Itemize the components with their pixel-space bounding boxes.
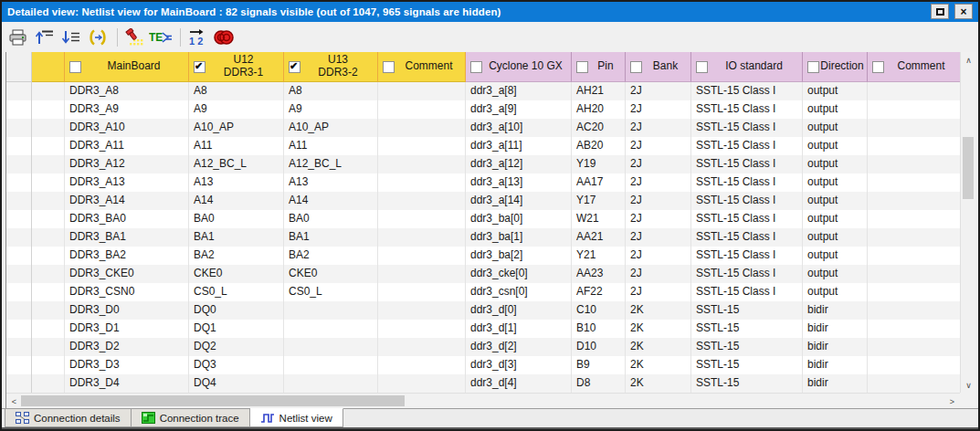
- cell-mainboard-signal[interactable]: DDR3_D3: [65, 356, 189, 374]
- cell-comment-right[interactable]: [868, 374, 960, 393]
- cell-pin[interactable]: D10: [572, 338, 626, 356]
- table-row[interactable]: DDR3_D4 DQ4 ddr3_d[4] D8 2K SSTL-15 bidi…: [6, 374, 960, 393]
- cell-fpga-signal[interactable]: ddr3_d[3]: [466, 356, 572, 374]
- cell-u13-pin-name[interactable]: [284, 356, 378, 374]
- expander-cell[interactable]: [32, 247, 65, 265]
- cell-comment-right[interactable]: [868, 155, 960, 173]
- cell-mainboard-signal[interactable]: DDR3_A13: [65, 173, 189, 192]
- expander-cell[interactable]: [32, 265, 65, 283]
- cell-io-standard[interactable]: SSTL-15 Class I: [691, 100, 803, 119]
- cell-pin[interactable]: AF22: [572, 283, 626, 301]
- cell-comment-right[interactable]: [868, 265, 960, 283]
- row-header-cell[interactable]: [6, 247, 32, 265]
- table-row[interactable]: DDR3_CSN0 CS0_L CS0_L ddr3_csn[0] AF22 2…: [6, 283, 960, 301]
- vertical-scrollbar-thumb[interactable]: [963, 137, 974, 199]
- fit-columns-button[interactable]: [86, 26, 110, 49]
- cell-pin[interactable]: Y19: [572, 155, 626, 173]
- expander-cell[interactable]: [32, 210, 65, 228]
- expander-cell[interactable]: [32, 100, 65, 119]
- cell-u13-pin-name[interactable]: A12_BC_L: [284, 155, 378, 173]
- title-bar[interactable]: Detailed view: Netlist view for MainBoar…: [2, 2, 978, 22]
- cell-bank[interactable]: 2J: [626, 82, 691, 100]
- row-header-cell[interactable]: [6, 356, 32, 374]
- column-header-pin[interactable]: Pin: [572, 52, 626, 82]
- table-row[interactable]: DDR3_A14 A14 A14 ddr3_a[14] Y17 2J SSTL-…: [6, 192, 960, 210]
- cell-direction[interactable]: output: [803, 82, 868, 100]
- cell-comment-left[interactable]: [378, 301, 466, 320]
- table-row[interactable]: DDR3_D2 DQ2 ddr3_d[2] D10 2K SSTL-15 bid…: [6, 338, 960, 356]
- cell-u13-pin-name[interactable]: [284, 374, 378, 393]
- cell-u12-pin-name[interactable]: A8: [189, 82, 284, 100]
- cell-comment-right[interactable]: [868, 301, 960, 320]
- cell-io-standard[interactable]: SSTL-15: [691, 338, 803, 356]
- cell-comment-left[interactable]: [378, 82, 466, 100]
- table-row[interactable]: DDR3_CKE0 CKE0 CKE0 ddr3_cke[0] AA23 2J …: [6, 265, 960, 283]
- cell-fpga-signal[interactable]: ddr3_cke[0]: [466, 265, 572, 283]
- cell-u12-pin-name[interactable]: A11: [189, 137, 284, 155]
- cell-io-standard[interactable]: SSTL-15 Class I: [691, 173, 803, 192]
- row-header-cell[interactable]: [6, 283, 32, 301]
- table-row[interactable]: DDR3_D1 DQ1 ddr3_d[1] B10 2K SSTL-15 bid…: [6, 320, 960, 338]
- row-header-cell[interactable]: [6, 265, 32, 283]
- cell-fpga-signal[interactable]: ddr3_d[0]: [466, 301, 572, 320]
- cell-comment-right[interactable]: [868, 192, 960, 210]
- move-up-button[interactable]: [33, 26, 57, 49]
- table-row[interactable]: DDR3_A12 A12_BC_L A12_BC_L ddr3_a[12] Y1…: [6, 155, 960, 173]
- u13-checkbox[interactable]: [289, 61, 300, 73]
- comment-left-checkbox[interactable]: [383, 61, 395, 73]
- cell-u12-pin-name[interactable]: A10_AP: [189, 119, 284, 137]
- cell-u12-pin-name[interactable]: A12_BC_L: [189, 155, 284, 173]
- scroll-left-button[interactable]: <: [6, 394, 22, 409]
- table-row[interactable]: DDR3_BA1 BA1 BA1 ddr3_ba[1] AA21 2J SSTL…: [6, 228, 960, 247]
- cell-u13-pin-name[interactable]: CS0_L: [284, 283, 378, 301]
- cell-pin[interactable]: AB20: [572, 137, 626, 155]
- cell-mainboard-signal[interactable]: DDR3_A11: [65, 137, 189, 155]
- vertical-scrollbar[interactable]: ∧ ∨: [960, 52, 975, 393]
- cell-mainboard-signal[interactable]: DDR3_D4: [65, 374, 189, 393]
- cell-comment-right[interactable]: [868, 173, 960, 192]
- cell-comment-right[interactable]: [868, 247, 960, 265]
- cell-comment-right[interactable]: [868, 210, 960, 228]
- expander-cell[interactable]: [32, 338, 65, 356]
- comment-right-checkbox[interactable]: [872, 61, 884, 73]
- column-header-u12-ddr3-1[interactable]: U12 DDR3-1: [189, 52, 284, 82]
- cell-io-standard[interactable]: SSTL-15 Class I: [691, 247, 803, 265]
- row-header-cell[interactable]: [6, 82, 32, 100]
- cell-direction[interactable]: output: [803, 173, 868, 192]
- cell-comment-left[interactable]: [378, 356, 466, 374]
- cell-u12-pin-name[interactable]: CS0_L: [189, 283, 284, 301]
- cell-direction[interactable]: output: [803, 228, 868, 247]
- cyclone-checkbox[interactable]: [470, 61, 482, 73]
- cell-u13-pin-name[interactable]: A9: [284, 100, 378, 119]
- cell-fpga-signal[interactable]: ddr3_a[13]: [466, 173, 572, 192]
- cell-u12-pin-name[interactable]: BA2: [189, 247, 284, 265]
- cell-u13-pin-name[interactable]: A8: [284, 82, 378, 100]
- cell-io-standard[interactable]: SSTL-15 Class I: [691, 192, 803, 210]
- expander-cell[interactable]: [32, 155, 65, 173]
- cell-bank[interactable]: 2J: [626, 192, 691, 210]
- cell-direction[interactable]: output: [803, 119, 868, 137]
- cell-pin[interactable]: AH20: [572, 100, 626, 119]
- cell-u12-pin-name[interactable]: DQ4: [189, 374, 284, 393]
- cell-u13-pin-name[interactable]: BA2: [284, 247, 378, 265]
- cell-comment-right[interactable]: [868, 228, 960, 247]
- cell-bank[interactable]: 2J: [626, 265, 691, 283]
- cell-comment-left[interactable]: [378, 374, 466, 393]
- cell-mainboard-signal[interactable]: DDR3_CKE0: [65, 265, 189, 283]
- expander-cell[interactable]: [32, 192, 65, 210]
- cell-u13-pin-name[interactable]: A13: [284, 173, 378, 192]
- cell-mainboard-signal[interactable]: DDR3_D1: [65, 320, 189, 338]
- cell-comment-left[interactable]: [378, 210, 466, 228]
- cell-io-standard[interactable]: SSTL-15 Class I: [691, 155, 803, 173]
- row-header-cell[interactable]: [6, 210, 32, 228]
- cell-u12-pin-name[interactable]: CKE0: [189, 265, 284, 283]
- cell-comment-left[interactable]: [378, 338, 466, 356]
- expander-cell[interactable]: [32, 137, 65, 155]
- cell-u12-pin-name[interactable]: DQ0: [189, 301, 284, 320]
- expander-cell[interactable]: [32, 82, 65, 100]
- cell-pin[interactable]: B9: [572, 356, 626, 374]
- cell-bank[interactable]: 2K: [626, 320, 691, 338]
- direction-checkbox[interactable]: [807, 61, 819, 73]
- cell-fpga-signal[interactable]: ddr3_a[10]: [466, 119, 572, 137]
- tab-connection-trace[interactable]: Connection trace: [132, 409, 250, 427]
